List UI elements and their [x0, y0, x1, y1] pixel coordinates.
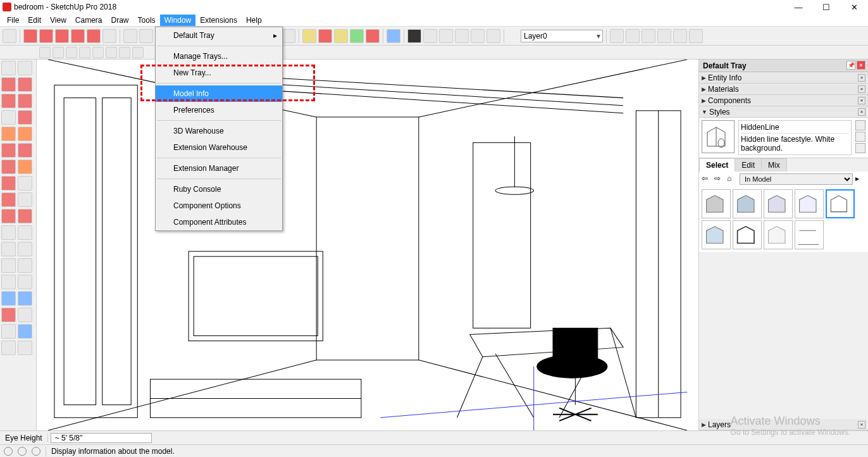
freehand-icon[interactable]	[18, 94, 32, 108]
panel-components[interactable]: ▶ Components ×	[699, 95, 868, 106]
style-collection-dropdown[interactable]: In Model	[740, 173, 853, 185]
menu-item-3d-warehouse[interactable]: 3D Warehouse	[156, 123, 282, 139]
style-thumb[interactable]	[733, 189, 762, 218]
tool-icon[interactable]	[53, 47, 64, 58]
eraser-tool-icon[interactable]	[23, 29, 37, 43]
tool-icon[interactable]	[387, 29, 400, 43]
rectangle-icon[interactable]	[1, 110, 16, 125]
move-icon[interactable]	[1, 176, 16, 191]
walk-icon[interactable]	[1, 341, 16, 355]
circle-tool-icon[interactable]	[87, 29, 101, 43]
menu-item-manage-trays[interactable]: Manage Trays...	[156, 48, 282, 65]
menu-item-component-attributes[interactable]: Component Attributes	[156, 214, 282, 230]
style-thumb-selected[interactable]	[826, 189, 855, 218]
panel-close-icon[interactable]: ×	[858, 108, 865, 116]
pushpull-icon[interactable]	[18, 176, 32, 191]
zoomwindow-icon[interactable]	[18, 291, 32, 306]
style-thumb[interactable]	[702, 220, 731, 249]
style-update-icon[interactable]	[855, 120, 865, 130]
style-thumb[interactable]	[795, 220, 824, 249]
followme-icon[interactable]	[18, 192, 32, 207]
panel-materials[interactable]: ▶ Materials ×	[699, 84, 868, 95]
measure-value[interactable]: ~ 5' 5/8"	[51, 433, 152, 443]
settings-icon[interactable]	[487, 29, 500, 43]
menu-help[interactable]: Help	[242, 15, 266, 26]
select-tool-icon[interactable]	[1, 61, 16, 75]
menu-item-component-options[interactable]: Component Options	[156, 197, 282, 214]
nav-back-icon[interactable]: ⇦	[702, 174, 712, 184]
line-icon[interactable]	[1, 94, 16, 108]
menu-extensions[interactable]: Extensions	[195, 15, 242, 26]
tab-select[interactable]: Select	[699, 158, 735, 172]
panel-close-icon[interactable]: ×	[858, 85, 865, 93]
style-thumb[interactable]	[764, 220, 793, 249]
stop-icon[interactable]	[423, 29, 437, 43]
previous-icon[interactable]	[18, 308, 32, 322]
menu-item-preferences[interactable]: Preferences	[156, 102, 282, 118]
tool-icon[interactable]	[626, 29, 640, 43]
current-style-thumbnail[interactable]	[702, 120, 735, 153]
menu-item-extension-manager[interactable]: Extension Manager	[156, 160, 282, 177]
style-thumb[interactable]	[764, 189, 793, 218]
panel-entity-info[interactable]: ▶ Entity Info ×	[699, 72, 868, 84]
tool-icon[interactable]	[439, 29, 453, 43]
menu-window[interactable]: Window	[160, 15, 196, 26]
tool-icon[interactable]	[132, 47, 144, 58]
menu-view[interactable]: View	[46, 15, 71, 26]
tool-icon[interactable]	[471, 29, 485, 43]
select-tool-icon[interactable]	[3, 29, 16, 43]
circle-icon[interactable]	[1, 127, 16, 141]
panel-close-icon[interactable]: ×	[858, 421, 865, 429]
line-tool-icon[interactable]	[39, 29, 53, 43]
menu-item-extension-warehouse[interactable]: Extension Warehouse	[156, 139, 282, 156]
pin-icon[interactable]: 📌	[846, 61, 855, 70]
tool-icon[interactable]	[79, 47, 90, 58]
warehouse-icon[interactable]	[610, 29, 624, 43]
tool-icon[interactable]	[119, 47, 130, 58]
tool-icon[interactable]	[18, 77, 32, 92]
tool-icon[interactable]	[102, 29, 116, 43]
panel-layers[interactable]: ▶ Layers ×	[699, 419, 868, 430]
position-camera-icon[interactable]	[1, 324, 16, 339]
rotated-rect-icon[interactable]	[18, 110, 32, 125]
arc-icon[interactable]	[1, 143, 16, 158]
arc-tool-icon[interactable]	[55, 29, 69, 43]
menu-item-model-info[interactable]: Model Info	[156, 85, 282, 102]
zoom-icon[interactable]	[1, 291, 16, 306]
tool-icon[interactable]	[66, 47, 77, 58]
panel-close-icon[interactable]: ×	[858, 74, 865, 82]
arc3-icon[interactable]	[1, 160, 16, 174]
menu-file[interactable]: File	[3, 15, 23, 26]
tab-edit[interactable]: Edit	[735, 158, 762, 172]
tool-icon[interactable]	[18, 61, 32, 75]
menu-item-default-tray[interactable]: Default Tray	[156, 27, 282, 44]
tape-icon[interactable]	[1, 225, 16, 240]
polygon-icon[interactable]	[18, 127, 32, 141]
lookaround-icon[interactable]	[18, 324, 32, 339]
style-new-icon[interactable]	[855, 132, 865, 142]
info-icon[interactable]	[18, 447, 27, 456]
tool-icon[interactable]	[689, 29, 703, 43]
layer-dropdown[interactable]: Layer0	[521, 30, 603, 42]
arc2-icon[interactable]	[18, 143, 32, 158]
tool-icon[interactable]	[334, 29, 348, 43]
offset-icon[interactable]	[18, 209, 32, 223]
section-icon[interactable]	[18, 341, 32, 355]
menu-draw[interactable]: Draw	[107, 15, 133, 26]
tool-icon[interactable]	[282, 29, 295, 43]
menu-camera[interactable]: Camera	[71, 15, 107, 26]
tool-icon[interactable]	[39, 47, 51, 58]
pushpull-icon[interactable]	[123, 29, 137, 43]
close-tray-icon[interactable]: ×	[857, 61, 865, 70]
minimize-button[interactable]: —	[784, 0, 812, 14]
3dtext-icon[interactable]	[18, 258, 32, 273]
rotate-icon[interactable]	[1, 192, 16, 207]
orbit-icon[interactable]	[1, 275, 16, 289]
rectangle-tool-icon[interactable]	[71, 29, 85, 43]
home-icon[interactable]: ⌂	[727, 174, 737, 184]
style-thumb[interactable]	[702, 189, 731, 218]
menu-item-ruby-console[interactable]: Ruby Console	[156, 181, 282, 197]
viewport[interactable]	[37, 59, 698, 430]
tool-icon[interactable]	[642, 29, 655, 43]
tab-mix[interactable]: Mix	[761, 158, 787, 172]
